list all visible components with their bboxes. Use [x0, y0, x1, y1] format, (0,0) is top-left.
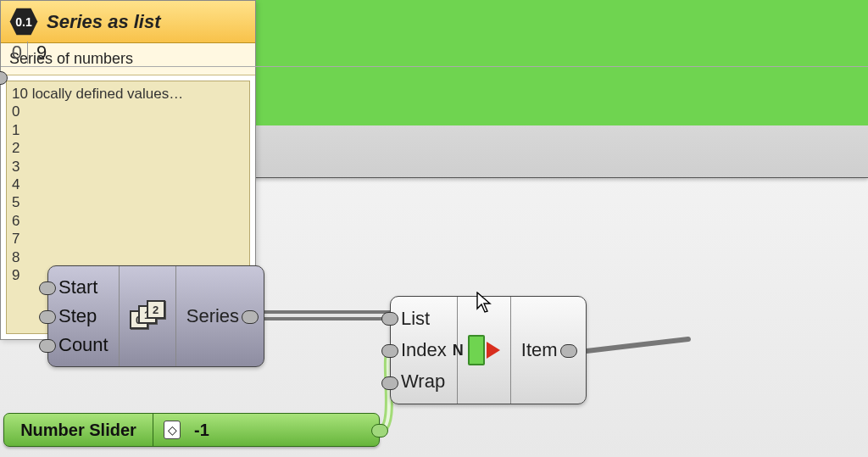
slider-value: -1: [194, 421, 209, 440]
panel-row-value: 9: [28, 42, 47, 64]
series-outputs: Series: [175, 266, 249, 366]
list-center: [458, 297, 510, 404]
grip-count[interactable]: [39, 339, 56, 353]
grip-item[interactable]: [560, 344, 577, 358]
port-count[interactable]: Count: [58, 331, 108, 359]
port-item[interactable]: Item: [521, 336, 558, 365]
grip-series-out[interactable]: [242, 310, 259, 324]
list-outputs: Item: [510, 297, 568, 404]
series-center: 0 1 2: [120, 266, 175, 366]
grip-step[interactable]: [39, 310, 56, 324]
port-wrap[interactable]: Wrap: [401, 367, 447, 396]
slider-label[interactable]: Number Slider: [4, 414, 153, 446]
series-icon: 0 1 2: [130, 300, 165, 332]
series-inputs: Start Step Count: [48, 266, 120, 366]
slider-knob[interactable]: ◇: [164, 421, 181, 439]
port-index[interactable]: Index: [401, 336, 447, 365]
series-component[interactable]: Start Step Count 0 1 2 Series: [47, 265, 264, 367]
panel-row: 0 9: [1, 38, 868, 67]
grip-list[interactable]: [381, 312, 398, 326]
list-item-icon: [468, 335, 485, 365]
number-slider[interactable]: Number Slider ◇ -1: [3, 413, 380, 447]
panel-body: 0 9: [1, 38, 868, 177]
tooltip-header: 0.1 Series as list: [1, 1, 255, 43]
grip-index[interactable]: [381, 344, 398, 358]
grip-wrap[interactable]: [381, 376, 398, 390]
tooltip-title: Series as list: [47, 11, 161, 33]
grip-slider-out[interactable]: [371, 424, 388, 437]
arrow-icon: [487, 342, 500, 359]
hex-icon: 0.1: [9, 8, 38, 36]
list-inputs: List Index Wrap: [391, 297, 458, 404]
port-list[interactable]: List: [401, 304, 447, 333]
port-start[interactable]: Start: [58, 273, 108, 302]
grip-start[interactable]: [39, 281, 56, 295]
port-step[interactable]: Step: [58, 302, 108, 331]
panel-row-index: 0: [1, 42, 28, 64]
list-item-component[interactable]: List Index Wrap Item: [390, 296, 587, 404]
port-series-out[interactable]: Series: [186, 302, 239, 331]
slider-track[interactable]: ◇ -1: [153, 414, 379, 446]
